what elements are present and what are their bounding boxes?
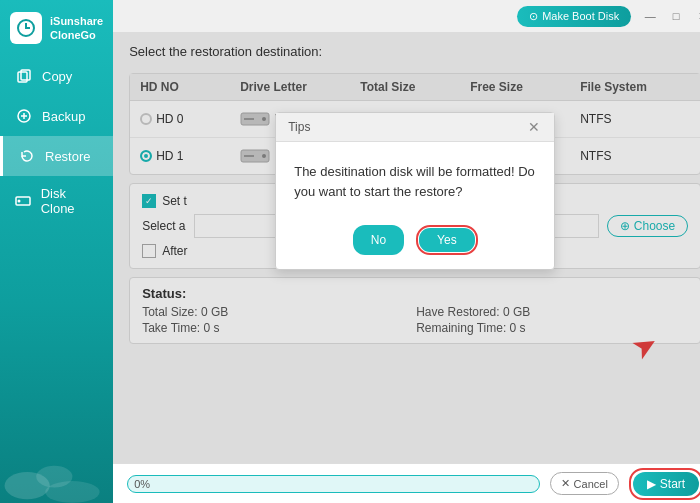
sidebar-item-disk-clone[interactable]: Disk Clone — [0, 176, 113, 226]
modal-close-button[interactable]: ✕ — [526, 119, 542, 135]
progress-text: 0% — [134, 478, 150, 490]
cancel-button[interactable]: ✕ Cancel — [550, 472, 619, 495]
sidebar: iSunshare CloneGo Copy Backup Restore Di… — [0, 0, 113, 503]
modal-header: Tips ✕ — [276, 113, 554, 142]
backup-icon — [14, 106, 34, 126]
copy-icon — [14, 66, 34, 86]
progress-area: 0% ✕ Cancel ▶ Start — [113, 463, 700, 503]
modal-body: The desitination disk will be formatted!… — [276, 142, 554, 217]
app-name: iSunshare CloneGo — [50, 14, 103, 43]
play-icon: ▶ — [647, 477, 656, 491]
tips-modal: Tips ✕ The desitination disk will be for… — [275, 112, 555, 270]
modal-overlay: Tips ✕ The desitination disk will be for… — [113, 32, 700, 463]
start-btn-highlight: ▶ Start — [629, 468, 700, 500]
restore-icon — [17, 146, 37, 166]
sidebar-item-restore[interactable]: Restore — [0, 136, 113, 176]
start-button[interactable]: ▶ Start — [633, 472, 699, 496]
app-logo: iSunshare CloneGo — [0, 0, 113, 56]
modal-title: Tips — [288, 120, 310, 134]
content-area: Select the restoration destination: HD N… — [113, 32, 700, 463]
sidebar-decoration — [0, 226, 113, 503]
sidebar-item-restore-label: Restore — [45, 149, 91, 164]
svg-point-10 — [36, 466, 72, 488]
modal-no-button[interactable]: No — [353, 225, 404, 255]
modal-message: The desitination disk will be formatted!… — [294, 164, 535, 199]
make-boot-disk-button[interactable]: ⊙ Make Boot Disk — [517, 6, 631, 27]
minimize-button[interactable]: — — [643, 9, 657, 23]
titlebar: ⊙ Make Boot Disk — □ ✕ — [113, 0, 700, 32]
sidebar-item-copy[interactable]: Copy — [0, 56, 113, 96]
sidebar-item-disk-clone-label: Disk Clone — [41, 186, 100, 216]
cancel-icon: ✕ — [561, 477, 570, 490]
main-area: ⊙ Make Boot Disk — □ ✕ Select the restor… — [113, 0, 700, 503]
boot-icon: ⊙ — [529, 10, 538, 23]
disk-clone-icon — [14, 191, 33, 211]
progress-bar: 0% — [127, 475, 539, 493]
logo-icon — [10, 12, 42, 44]
sidebar-item-copy-label: Copy — [42, 69, 72, 84]
close-button[interactable]: ✕ — [695, 9, 700, 23]
maximize-button[interactable]: □ — [669, 9, 683, 23]
sidebar-item-backup-label: Backup — [42, 109, 85, 124]
sidebar-item-backup[interactable]: Backup — [0, 96, 113, 136]
modal-yes-highlight: Yes — [416, 225, 478, 255]
modal-footer: No Yes — [276, 217, 554, 269]
modal-yes-button[interactable]: Yes — [419, 228, 475, 252]
